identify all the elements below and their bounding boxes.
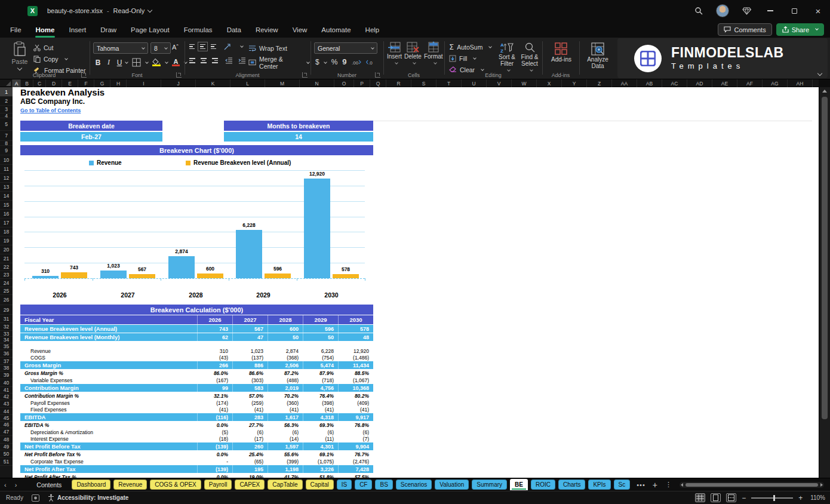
row-header-1[interactable]: 1 [0,87,13,97]
row-header-29[interactable]: 29 [0,305,13,315]
row-header-2[interactable]: 2 [0,97,13,106]
row-header-21[interactable]: 21 [0,254,13,263]
merge-center-button[interactable]: Merge & Center [248,57,309,67]
readonly-label[interactable]: Read-Only [113,7,145,14]
row-header-51[interactable]: 51 [0,458,13,466]
column-header-R[interactable]: R [386,79,411,87]
fill-color-button[interactable] [152,59,161,66]
new-sheet-button[interactable]: + [649,480,662,490]
column-header-U[interactable]: U [462,79,487,87]
zoom-out-button[interactable]: − [742,494,746,502]
sparkle-diamond-icon[interactable] [734,0,758,21]
row-header-13[interactable]: 13 [0,183,13,192]
column-header-A[interactable]: A [13,79,21,87]
column-header-X[interactable]: X [537,79,562,87]
column-header-AE[interactable]: AE [712,79,737,87]
row-header-24[interactable]: 24 [0,279,13,287]
column-header-I[interactable]: I [127,79,161,87]
underline-button[interactable]: U [115,59,124,67]
row-header-9[interactable]: 9 [0,146,13,155]
borders-button[interactable] [132,58,141,67]
menu-tab-insert[interactable]: Insert [63,23,91,36]
insert-cells-button[interactable]: Insert [387,41,402,66]
column-header-B[interactable]: B [21,79,33,87]
macro-record-icon[interactable] [32,494,39,502]
font-dialog-launcher[interactable] [176,72,182,78]
row-header-15[interactable]: 15 [0,201,13,210]
close-button[interactable]: × [806,0,830,21]
copy-button[interactable]: Copy [33,54,85,64]
align-center-button[interactable] [201,58,207,63]
vertical-scrollbar[interactable] [819,87,830,478]
bold-button[interactable]: B [93,59,103,67]
column-header-P[interactable]: P [354,79,370,87]
row-header-40[interactable]: 40 [0,379,13,387]
increase-decimal-button[interactable]: .00 [352,59,361,66]
paste-button[interactable]: Paste [8,41,31,72]
more-sheets-button[interactable]: ••• [633,481,649,488]
row-header-7[interactable]: 7 [0,131,13,141]
menu-tab-help[interactable]: Help [360,23,385,36]
sheet-tab-contents[interactable]: Contents [29,480,69,490]
sheet-tab-kpis[interactable]: KPIs [588,480,610,490]
currency-chevron-icon[interactable] [324,60,327,64]
sheet-tab-is[interactable]: IS [337,480,352,490]
column-header-AD[interactable]: AD [687,79,712,87]
column-header-AH[interactable]: AH [788,79,813,87]
addins-button[interactable]: Add-ins [548,42,574,63]
avatar[interactable] [711,0,734,21]
column-header-AC[interactable]: AC [662,79,687,87]
menu-tab-file[interactable]: File [5,23,27,36]
row-header-46[interactable]: 46 [0,422,13,428]
menu-tab-data[interactable]: Data [222,23,247,36]
zoom-level[interactable]: 110% [810,494,825,501]
sheet-tab-sc[interactable]: Sc [614,480,631,490]
row-header-4[interactable]: 4 [0,113,13,118]
percent-format-button[interactable]: % [331,58,338,66]
row-header-16[interactable]: 16 [0,210,13,219]
number-format-select[interactable]: General [314,42,377,54]
row-header-26[interactable]: 26 [0,295,13,305]
font-name-select[interactable]: Tahoma [93,42,148,54]
select-all-corner[interactable] [0,79,13,87]
sheet-options-button[interactable]: ⋮ [662,481,676,488]
sheet-tab-cogs-opex[interactable]: COGS & OPEX [150,480,201,490]
italic-button[interactable]: I [104,58,113,67]
row-header-49[interactable]: 49 [0,444,13,450]
column-header-E[interactable]: E [62,79,78,87]
row-header-36[interactable]: 36 [0,350,13,358]
menu-tab-view[interactable]: View [287,23,313,36]
grow-font-button[interactable]: Aˆ [172,44,179,51]
column-header-W[interactable]: W [512,79,537,87]
horizontal-scroll-thumb[interactable] [685,483,818,487]
share-button[interactable]: Share [776,23,824,36]
menu-tab-formulas[interactable]: Formulas [179,23,218,36]
font-color-button[interactable]: A [172,59,180,66]
decrease-indent-button[interactable] [225,57,233,64]
row-header-41[interactable]: 41 [0,387,13,394]
scroll-up-icon[interactable] [822,90,827,93]
borders-chevron-icon[interactable] [145,60,149,64]
sheet-tab-roic[interactable]: ROIC [531,480,555,490]
sheet-tab-scenarios[interactable]: Scenarios [396,480,432,490]
row-header-25[interactable]: 25 [0,287,13,295]
column-header-Z[interactable]: Z [587,79,612,87]
column-header-L[interactable]: L [230,79,265,87]
row-header-12[interactable]: 12 [0,174,13,183]
vertical-scroll-thumb[interactable] [822,97,828,419]
row-header-37[interactable]: 37 [0,358,13,365]
sheet-tab-valuation[interactable]: Valuation [435,480,469,490]
menu-tab-home[interactable]: Home [30,23,60,36]
zoom-slider-thumb[interactable] [773,495,775,501]
column-header-Q[interactable]: Q [370,79,386,87]
sheet-tab-captable[interactable]: CapTable [268,480,302,490]
underline-chevron-icon[interactable] [125,60,128,64]
delete-cells-button[interactable]: Delete [404,41,422,66]
number-dialog-launcher[interactable] [375,72,380,78]
autosum-button[interactable]: Σ AutoSum [449,42,491,52]
column-header-T[interactable]: T [436,79,462,87]
column-header-V[interactable]: V [487,79,512,87]
minimize-button[interactable] [758,0,782,21]
row-header-22[interactable]: 22 [0,263,13,271]
column-headers[interactable]: ABCDEFGHIJKLMNOPQRSTUVWXYZAAABACADAEAFAG… [0,79,819,87]
